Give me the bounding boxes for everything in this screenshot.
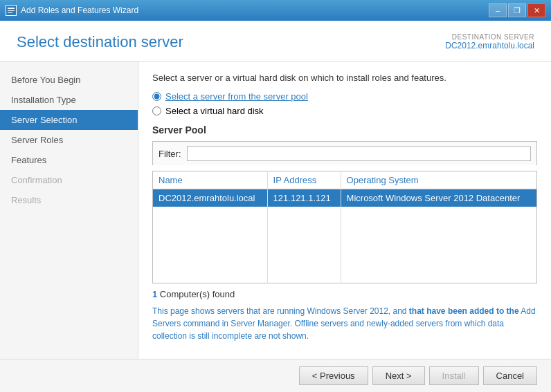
radio-virtual-disk[interactable] <box>152 106 161 115</box>
found-label: Computer(s) found <box>160 289 235 299</box>
table-empty-row <box>153 237 537 252</box>
titlebar-controls: – ❐ ✕ <box>489 3 545 17</box>
info-text: This page shows servers that are running… <box>152 305 537 342</box>
wizard-body: Before You Begin Installation Type Serve… <box>0 62 551 359</box>
cell-os: Microsoft Windows Server 2012 Datacenter <box>341 189 536 207</box>
cell-name: DC2012.emrahtolu.local <box>153 189 268 207</box>
filter-label: Filter: <box>159 149 181 159</box>
close-button[interactable]: ✕ <box>527 3 545 17</box>
radio-server-pool[interactable] <box>152 92 161 101</box>
minimize-button[interactable]: – <box>489 3 507 17</box>
sidebar-item-features[interactable]: Features <box>0 150 138 170</box>
sidebar-item-server-selection[interactable]: Server Selection <box>0 110 138 130</box>
table-empty-row <box>153 207 537 222</box>
destination-value: DC2012.emrahtolu.local <box>445 41 534 50</box>
table-empty-row <box>153 252 537 268</box>
wizard: Select destination server DESTINATION SE… <box>0 21 551 392</box>
cancel-button[interactable]: Cancel <box>483 366 537 385</box>
main-content: Select a server or a virtual hard disk o… <box>138 62 551 359</box>
radio-server-pool-label[interactable]: Select a server from the server pool <box>165 91 308 102</box>
col-ip: IP Address <box>267 171 341 189</box>
install-button[interactable]: Install <box>429 366 479 385</box>
server-pool-table: Name IP Address Operating System DC2012.… <box>152 171 537 283</box>
titlebar-left: Add Roles and Features Wizard <box>6 5 138 16</box>
table-header-row: Name IP Address Operating System <box>153 171 537 189</box>
server-pool-heading: Server Pool <box>152 124 537 136</box>
wizard-icon <box>6 5 17 16</box>
destination-server-info: DESTINATION SERVER DC2012.emrahtolu.loca… <box>445 33 534 50</box>
titlebar-title: Add Roles and Features Wizard <box>21 6 138 15</box>
restore-button[interactable]: ❐ <box>508 3 526 17</box>
count-value: 1 <box>152 289 157 299</box>
table-empty-row <box>153 222 537 237</box>
svg-rect-2 <box>8 10 15 11</box>
table-empty-row <box>153 268 537 283</box>
sidebar-item-results: Results <box>0 190 138 210</box>
col-name: Name <box>153 171 268 189</box>
cell-ip: 121.121.1.121 <box>267 189 341 207</box>
sidebar-item-server-roles[interactable]: Server Roles <box>0 130 138 150</box>
radio-virtual-disk-option[interactable]: Select a virtual hard disk <box>152 106 537 116</box>
destination-label: DESTINATION SERVER <box>445 33 534 41</box>
filter-input[interactable] <box>187 146 532 161</box>
next-button[interactable]: Next > <box>372 366 425 385</box>
found-count: 1 Computer(s) found <box>152 289 537 299</box>
titlebar: Add Roles and Features Wizard – ❐ ✕ <box>0 0 551 21</box>
filter-row: Filter: <box>152 141 537 165</box>
sidebar: Before You Begin Installation Type Serve… <box>0 62 138 359</box>
svg-rect-3 <box>8 12 12 13</box>
sidebar-item-before-you-begin[interactable]: Before You Begin <box>0 70 138 90</box>
page-title: Select destination server <box>17 33 183 51</box>
table-row[interactable]: DC2012.emrahtolu.local 121.121.1.121 Mic… <box>153 189 537 207</box>
wizard-header: Select destination server DESTINATION SE… <box>0 21 551 62</box>
sidebar-item-installation-type[interactable]: Installation Type <box>0 90 138 110</box>
radio-virtual-disk-label[interactable]: Select a virtual hard disk <box>165 106 264 116</box>
sidebar-item-confirmation: Confirmation <box>0 170 138 190</box>
intro-text: Select a server or a virtual hard disk o… <box>152 73 537 83</box>
wizard-footer: < Previous Next > Install Cancel <box>0 359 551 392</box>
col-os: Operating System <box>341 171 536 189</box>
svg-rect-1 <box>8 8 15 9</box>
previous-button[interactable]: < Previous <box>299 366 368 385</box>
radio-server-pool-option[interactable]: Select a server from the server pool <box>152 91 537 102</box>
